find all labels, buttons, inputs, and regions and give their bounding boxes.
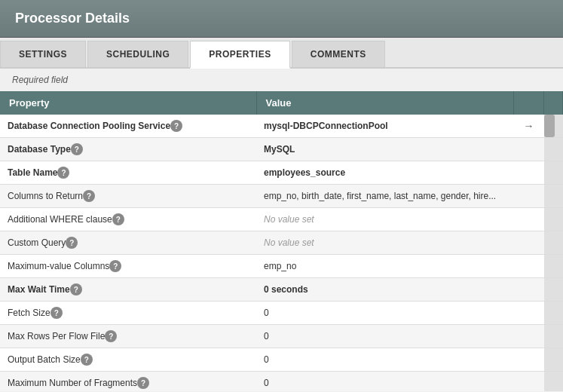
table-row: Database Connection Pooling Service?mysq…: [0, 115, 563, 138]
help-icon[interactable]: ?: [81, 354, 93, 366]
tab-settings[interactable]: SETTINGS: [0, 41, 86, 67]
help-icon[interactable]: ?: [71, 143, 83, 155]
help-icon[interactable]: ?: [66, 237, 78, 249]
table-row: Maximum Number of Fragments?0: [0, 372, 563, 392]
action-cell: [514, 372, 544, 392]
scrollbar-cell: [544, 372, 563, 392]
table-row: Max Rows Per Flow File?0: [0, 325, 563, 348]
help-icon[interactable]: ?: [105, 330, 117, 342]
help-icon[interactable]: ?: [83, 190, 95, 202]
property-name: Max Rows Per Flow File: [8, 331, 105, 341]
property-name: Additional WHERE clause: [8, 214, 112, 225]
property-cell: Database Connection Pooling Service?: [0, 115, 256, 138]
value-cell: 0: [256, 302, 514, 325]
value-cell: 0: [256, 325, 514, 348]
tab-bar: SETTINGSSCHEDULINGPROPERTIESCOMMENTS: [0, 38, 563, 69]
value-cell: MySQL: [256, 138, 514, 161]
table-row: Max Wait Time?0 seconds: [0, 278, 563, 302]
help-icon[interactable]: ?: [57, 167, 69, 179]
scrollbar-cell: [544, 208, 563, 231]
help-icon[interactable]: ?: [109, 260, 121, 272]
help-icon[interactable]: ?: [170, 120, 182, 132]
property-cell: Maximum Number of Fragments?: [0, 372, 256, 392]
arrow-icon[interactable]: →: [524, 120, 534, 132]
property-cell: Maximum-value Columns?: [0, 255, 256, 278]
value-cell: 0: [256, 372, 514, 392]
table-row: Database Type?MySQL: [0, 138, 563, 161]
table-row: Table Name?employees_source: [0, 161, 563, 185]
value-cell: No value set: [256, 231, 514, 255]
action-column-header: [514, 91, 544, 115]
action-cell: [514, 231, 544, 255]
property-name: Maximum Number of Fragments: [8, 378, 137, 388]
action-cell: [514, 208, 544, 231]
help-icon[interactable]: ?: [50, 307, 63, 319]
tab-properties[interactable]: PROPERTIES: [190, 41, 289, 69]
scrollbar-cell: [544, 302, 563, 325]
action-cell: [514, 278, 544, 302]
property-name: Max Wait Time: [8, 284, 70, 295]
help-icon[interactable]: ?: [112, 213, 124, 225]
properties-table: Property Value Database Connection Pooli…: [0, 91, 563, 391]
value-cell: 0: [256, 348, 514, 372]
property-cell: Columns to Return?: [0, 185, 256, 208]
property-cell: Database Type?: [0, 138, 256, 161]
required-field-label: Required field: [0, 69, 563, 91]
action-cell: [514, 255, 544, 278]
property-column-header: Property: [0, 91, 256, 115]
property-name: Database Type: [8, 144, 71, 155]
scrollbar-cell: [544, 278, 563, 302]
help-icon[interactable]: ?: [137, 377, 149, 389]
value-column-header: Value: [256, 91, 514, 115]
table-header-row: Property Value: [0, 91, 563, 115]
page-title: Processor Details: [15, 11, 130, 26]
table-container: Property Value Database Connection Pooli…: [0, 91, 563, 391]
scrollbar-cell: [544, 161, 563, 185]
action-cell: [514, 138, 544, 161]
action-cell: [514, 325, 544, 348]
action-cell: [514, 302, 544, 325]
property-name: Columns to Return: [8, 191, 83, 201]
property-cell: Output Batch Size?: [0, 348, 256, 372]
property-name: Table Name: [8, 167, 57, 178]
value-cell: emp_no, birth_date, first_name, last_nam…: [256, 185, 514, 208]
action-cell: [514, 185, 544, 208]
property-cell: Max Rows Per Flow File?: [0, 325, 256, 348]
scrollbar-cell: [544, 185, 563, 208]
tab-comments[interactable]: COMMENTS: [292, 41, 385, 67]
scrollbar-cell: [544, 231, 563, 255]
scrollbar-column-header: [544, 91, 563, 115]
value-cell: 0 seconds: [256, 278, 514, 302]
scrollbar-cell: [544, 348, 563, 372]
table-row: Additional WHERE clause?No value set: [0, 208, 563, 231]
value-cell: emp_no: [256, 255, 514, 278]
property-name: Database Connection Pooling Service: [8, 121, 170, 131]
scrollbar-cell: [544, 138, 563, 161]
value-cell: mysql-DBCPConnectionPool: [256, 115, 514, 138]
table-row: Fetch Size?0: [0, 302, 563, 325]
property-cell: Additional WHERE clause?: [0, 208, 256, 231]
property-cell: Custom Query?: [0, 231, 256, 255]
header: Processor Details: [0, 0, 563, 38]
table-row: Output Batch Size?0: [0, 348, 563, 372]
property-name: Custom Query: [8, 237, 66, 248]
table-row: Maximum-value Columns?emp_no: [0, 255, 563, 278]
scrollbar-cell: [544, 115, 563, 138]
value-cell: No value set: [256, 208, 514, 231]
property-cell: Table Name?: [0, 161, 256, 185]
action-cell: →: [514, 115, 544, 138]
property-cell: Max Wait Time?: [0, 278, 256, 302]
scrollbar-cell: [544, 255, 563, 278]
table-row: Columns to Return?emp_no, birth_date, fi…: [0, 185, 563, 208]
property-name: Maximum-value Columns: [8, 261, 109, 271]
property-cell: Fetch Size?: [0, 302, 256, 325]
value-cell: employees_source: [256, 161, 514, 185]
action-cell: [514, 161, 544, 185]
help-icon[interactable]: ?: [70, 283, 82, 296]
scrollbar-cell: [544, 325, 563, 348]
property-name: Fetch Size: [8, 308, 50, 318]
tab-scheduling[interactable]: SCHEDULING: [87, 41, 188, 67]
scrollbar-thumb[interactable]: [544, 115, 555, 137]
table-row: Custom Query?No value set: [0, 231, 563, 255]
action-cell: [514, 348, 544, 372]
